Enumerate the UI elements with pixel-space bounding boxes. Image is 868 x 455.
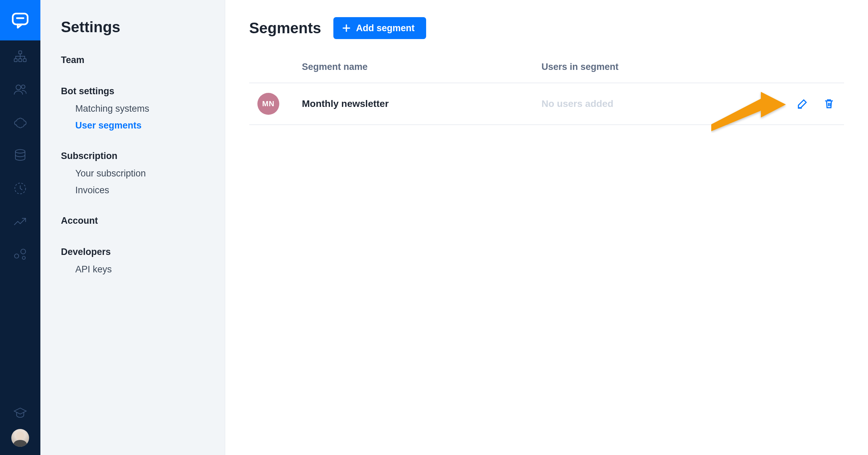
- rail-nav-ai[interactable]: [0, 106, 40, 139]
- segments-table: Segment name Users in segment MN Monthly…: [249, 62, 844, 125]
- table-header: Segment name Users in segment: [249, 62, 844, 83]
- user-avatar[interactable]: [11, 429, 29, 447]
- sidebar-item-your-subscription[interactable]: Your subscription: [75, 168, 215, 179]
- add-segment-button[interactable]: Add segment: [333, 17, 426, 39]
- sidebar-item-user-segments[interactable]: User segments: [75, 120, 215, 131]
- trend-up-icon: [13, 214, 27, 229]
- delete-segment-button[interactable]: [822, 97, 836, 111]
- column-header-name: Segment name: [302, 62, 541, 72]
- segment-users-empty: No users added: [541, 98, 754, 109]
- svg-rect-1: [16, 17, 24, 19]
- brain-icon: [13, 115, 27, 130]
- svg-point-7: [22, 85, 25, 89]
- rail-nav-analytics[interactable]: [0, 205, 40, 238]
- database-icon: [13, 148, 27, 163]
- rail-nav-structure[interactable]: [0, 40, 40, 73]
- main-content: Segments Add segment Segment name Users …: [225, 0, 868, 455]
- svg-point-8: [15, 150, 25, 153]
- plus-icon: [342, 23, 351, 33]
- rail-nav-integrations[interactable]: [0, 238, 40, 271]
- sidebar-item-invoices[interactable]: Invoices: [75, 185, 215, 196]
- graduation-cap-icon: [13, 406, 27, 420]
- trash-icon: [823, 98, 835, 110]
- app-logo[interactable]: [0, 0, 40, 40]
- sidebar-item-api-keys[interactable]: API keys: [75, 264, 215, 275]
- users-icon: [13, 83, 27, 97]
- rail-nav-data[interactable]: [0, 139, 40, 172]
- svg-rect-4: [19, 59, 22, 62]
- edit-segment-button[interactable]: [795, 97, 809, 111]
- sidebar-section-developers[interactable]: Developers: [61, 247, 215, 257]
- rail-nav-users[interactable]: [0, 73, 40, 106]
- table-row[interactable]: MN Monthly newsletter No users added: [249, 83, 844, 125]
- sitemap-icon: [13, 50, 27, 64]
- page-title: Segments: [249, 20, 321, 37]
- segment-badge: MN: [257, 93, 279, 115]
- sidebar-section-subscription[interactable]: Subscription: [61, 151, 215, 161]
- chatbot-logo-icon: [10, 10, 30, 30]
- svg-point-10: [14, 254, 18, 258]
- clock-dashed-icon: [13, 181, 27, 196]
- svg-point-6: [16, 85, 21, 90]
- sidebar-item-matching-systems[interactable]: Matching systems: [75, 103, 215, 114]
- svg-rect-5: [23, 59, 26, 62]
- main-header: Segments Add segment: [249, 17, 844, 39]
- sidebar-section-bot-settings[interactable]: Bot settings: [61, 86, 215, 97]
- sidebar-title: Settings: [61, 19, 215, 36]
- nodes-icon: [13, 247, 27, 261]
- settings-sidebar: Settings Team Bot settings Matching syst…: [40, 0, 225, 455]
- row-actions: [754, 97, 836, 111]
- add-segment-label: Add segment: [356, 23, 414, 34]
- svg-rect-2: [19, 51, 22, 54]
- rail-nav-learn[interactable]: [0, 406, 40, 420]
- rail-nav-history[interactable]: [0, 172, 40, 205]
- segment-name: Monthly newsletter: [302, 98, 541, 109]
- icon-rail: [0, 0, 40, 455]
- svg-rect-3: [14, 59, 17, 62]
- svg-point-12: [22, 256, 25, 259]
- svg-point-11: [21, 249, 26, 254]
- sidebar-section-team[interactable]: Team: [61, 55, 215, 65]
- sidebar-section-account[interactable]: Account: [61, 216, 215, 226]
- pencil-icon: [796, 98, 808, 110]
- column-header-users: Users in segment: [541, 62, 754, 72]
